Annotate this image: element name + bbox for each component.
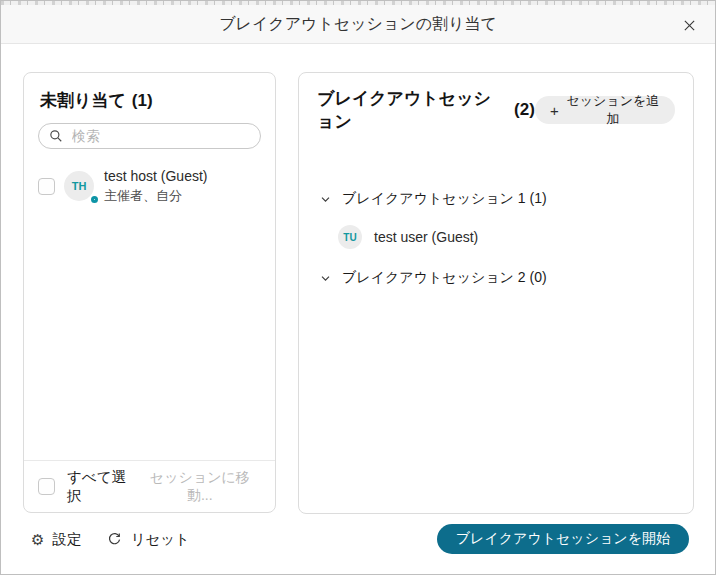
sessions-title: ブレイクアウトセッション	[317, 87, 506, 133]
participant-checkbox[interactable]	[38, 178, 55, 195]
member-name: test user (Guest)	[374, 229, 478, 245]
host-badge-icon	[91, 196, 98, 203]
session-member-row[interactable]: TU test user (Guest)	[299, 218, 693, 256]
search-box	[38, 123, 261, 149]
start-breakout-button[interactable]: ブレイクアウトセッションを開始	[437, 524, 689, 554]
reset-button[interactable]: リセット	[107, 525, 189, 554]
add-session-label: セッションを追加	[566, 92, 660, 128]
unassigned-header: 未割り当て (1)	[24, 73, 275, 112]
participant-role: 主催者、自分	[104, 187, 207, 206]
avatar-initials: TU	[343, 232, 356, 243]
close-icon	[683, 19, 696, 32]
select-all-checkbox[interactable]	[38, 478, 55, 495]
avatar-initials: TH	[72, 180, 87, 192]
unassigned-footer: すべて選択 セッションに移動...	[24, 460, 275, 512]
settings-button[interactable]: ⚙ 設定	[31, 525, 81, 554]
session-label: ブレイクアウトセッション 2 (0)	[342, 269, 547, 287]
dialog-titlebar: ブレイクアウトセッションの割り当て	[1, 5, 715, 44]
avatar: TH	[64, 171, 94, 201]
search-input[interactable]	[70, 127, 250, 145]
select-all-label: すべて選択	[67, 468, 139, 506]
add-session-button[interactable]: + セッションを追加	[535, 96, 675, 124]
unassigned-panel: 未割り当て (1) TH test host (Guest) 主催者、自分 すべ…	[23, 72, 276, 513]
breakout-assignment-dialog: ブレイクアウトセッションの割り当て 未割り当て (1) TH test	[0, 0, 716, 575]
search-icon	[49, 129, 63, 143]
plus-icon: +	[550, 103, 559, 118]
refresh-icon	[107, 532, 122, 547]
settings-label: 設定	[52, 530, 81, 549]
session-row-1[interactable]: ブレイクアウトセッション 1 (1)	[299, 185, 693, 213]
participant-name: test host (Guest)	[104, 166, 207, 186]
unassigned-title: 未割り当て	[40, 89, 126, 112]
sessions-tree: ブレイクアウトセッション 1 (1) TU test user (Guest) …	[299, 185, 693, 292]
unassigned-count: (1)	[132, 91, 153, 111]
sessions-panel: ブレイクアウトセッション (2) + セッションを追加 ブレイクアウトセッション…	[298, 72, 694, 514]
sessions-header: ブレイクアウトセッション (2) + セッションを追加	[299, 73, 693, 133]
session-label: ブレイクアウトセッション 1 (1)	[342, 190, 547, 208]
participant-row[interactable]: TH test host (Guest) 主催者、自分	[24, 161, 275, 211]
close-button[interactable]	[675, 11, 703, 39]
dialog-footer-left: ⚙ 設定 リセット	[31, 525, 190, 554]
move-to-session-button[interactable]: セッションに移動...	[139, 469, 261, 505]
session-row-2[interactable]: ブレイクアウトセッション 2 (0)	[299, 264, 693, 292]
reset-label: リセット	[130, 530, 189, 549]
sessions-count: (2)	[514, 100, 535, 120]
dialog-title: ブレイクアウトセッションの割り当て	[1, 5, 715, 43]
chevron-down-icon	[320, 273, 331, 284]
avatar: TU	[338, 225, 362, 249]
chevron-down-icon	[320, 194, 331, 205]
participant-texts: test host (Guest) 主催者、自分	[104, 166, 207, 205]
gear-icon: ⚙	[31, 532, 44, 547]
